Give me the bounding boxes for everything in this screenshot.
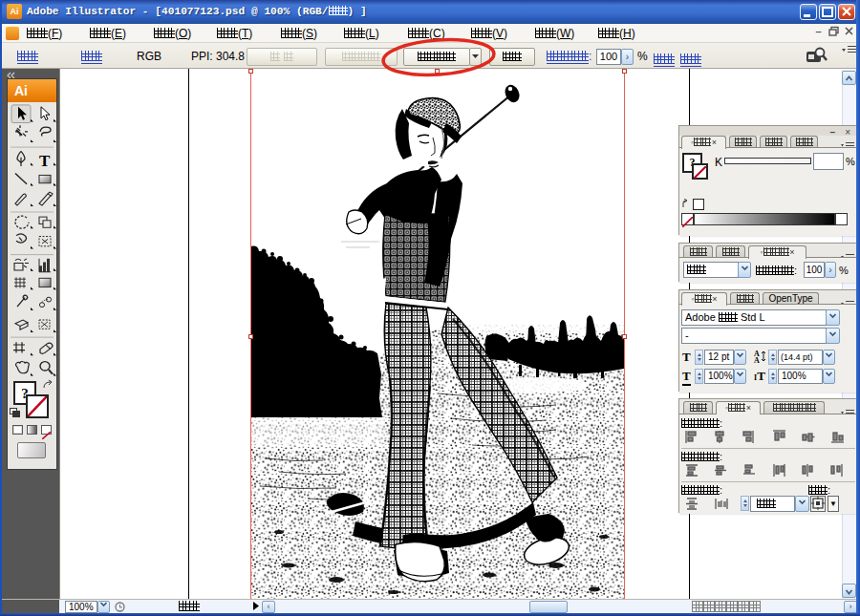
svg-text:A: A (754, 356, 760, 363)
svg-text:T: T (39, 153, 50, 170)
